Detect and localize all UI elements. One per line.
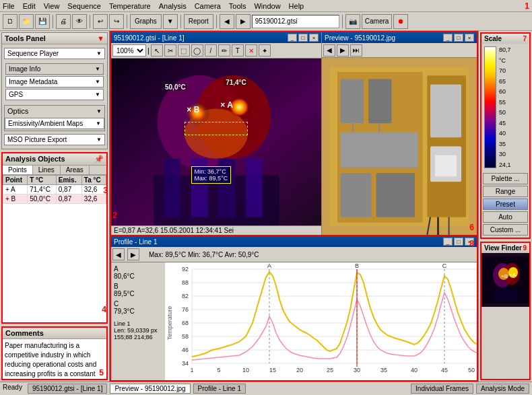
camera-button[interactable]: Camera	[362, 14, 393, 29]
tab-lines[interactable]: Lines	[33, 166, 61, 174]
emissivity-dropdown[interactable]: Emissivity/Ambient Maps ▼	[5, 118, 104, 129]
draw-line[interactable]: /	[205, 44, 217, 57]
toolbar-sep-3	[127, 15, 127, 28]
max-row: Max: 89,5°C	[195, 175, 228, 182]
undo-button[interactable]: ↩	[93, 14, 108, 29]
redo-button[interactable]: ↪	[109, 14, 124, 29]
record-button[interactable]: ⏺	[393, 14, 408, 29]
preview-toolbar: ◀ ▶ ⏭	[322, 43, 477, 58]
profile-nav-fwd[interactable]: ▶	[127, 248, 139, 260]
preset-button[interactable]: Preset	[483, 199, 528, 210]
report-button[interactable]: Report	[184, 14, 213, 29]
point-a-ta: 32,6	[81, 185, 106, 194]
svg-rect-22	[430, 84, 461, 137]
tab-areas[interactable]: Areas	[61, 166, 90, 174]
scale-30: 30	[499, 151, 511, 157]
comments-title: Comments	[5, 329, 44, 337]
save-button[interactable]: 💾	[35, 14, 50, 29]
auto-button[interactable]: Auto	[483, 211, 528, 223]
cursor-tool[interactable]: ↖	[151, 44, 163, 57]
move-tool[interactable]: ✦	[259, 44, 271, 57]
thermal-close[interactable]: ×	[309, 34, 319, 42]
image-info-arrow: ▼	[95, 66, 100, 72]
mso-dropdown[interactable]: MSO Picture Export ▼	[4, 134, 105, 145]
prev-nav-back[interactable]: ◀	[323, 44, 335, 57]
preview-maximize[interactable]: □	[454, 34, 463, 42]
len-info: Len: 59,0339 px	[114, 327, 162, 334]
print-button[interactable]: 🖨	[56, 14, 71, 29]
comments-text: Paper manufacturing is a competitive ind…	[5, 342, 102, 380]
menu-view[interactable]: View	[44, 2, 60, 10]
statusbar-left: Ready 95190012.gtsi - [Line 1] Preview -…	[3, 384, 246, 394]
open-button[interactable]: 📁	[19, 14, 34, 29]
image-info-dropdown[interactable]: Image Info ▼	[5, 63, 104, 75]
draw-rect[interactable]: ⬚	[178, 44, 190, 57]
ao-icon: 📌	[94, 155, 104, 164]
filename-input[interactable]	[252, 15, 339, 28]
statusbar-tab-thermal[interactable]: 95190012.gtsi - [Line 1]	[28, 384, 108, 394]
menu-window[interactable]: Window	[254, 2, 280, 10]
delete-tool[interactable]: ✕	[245, 44, 257, 57]
analysis-mode-tab[interactable]: Analysis Mode	[476, 384, 529, 394]
table-row[interactable]: + B 50,0°C 0,87 32,6	[3, 194, 106, 204]
pd-a-temp: 80,6°C	[114, 273, 162, 280]
profile-maximize[interactable]: □	[454, 238, 463, 246]
custom-button[interactable]: Custom ...	[483, 224, 528, 236]
measure-tool[interactable]: ✂	[164, 44, 176, 57]
toolbar: 🗋 📁 💾 🖨 👁 ↩ ↪ Graphs ▼ Report ◀ ▶ 📷 Came…	[0, 12, 532, 31]
menu-analysis[interactable]: Analysis	[159, 2, 187, 10]
zoom-select[interactable]: 100%	[112, 44, 146, 57]
draw-ellipse[interactable]: ◯	[191, 44, 203, 57]
max-val: 89,5°C	[209, 175, 228, 182]
camera-icon-btn[interactable]: 📷	[345, 14, 360, 29]
preview-panel: Preview - 95190012.jpg _ □ × ◀ ▶ ⏭	[322, 32, 477, 235]
image-metadata-dropdown[interactable]: Image Metadata ▼	[5, 76, 104, 87]
col-temp: T °C	[28, 176, 57, 185]
image-metadata-label: Image Metadata	[9, 78, 57, 85]
forward-button[interactable]: ▶	[236, 14, 251, 29]
scale-section: Scale 7 80,7 °C 70 65 60 55 50 45 40	[480, 32, 531, 239]
graphs-extra[interactable]: ▼	[163, 14, 178, 29]
statusbar-right: Individual Frames Analysis Mode	[411, 384, 529, 394]
scale-gradient: 80,7 °C 70 65 60 55 50 45 40 35 30 24,1	[483, 45, 528, 170]
svg-text:C: C	[442, 262, 447, 269]
preview-titlebar: Preview - 95190012.jpg _ □ ×	[322, 32, 477, 43]
sequence-player-dropdown[interactable]: Sequence Player ▼	[4, 48, 105, 59]
preview-close[interactable]: ×	[465, 34, 474, 42]
text-tool[interactable]: T	[232, 44, 244, 57]
preview-minimize[interactable]: _	[443, 34, 453, 42]
analysis-table: Point T °C Emis. Ta °C + A 71,4°C 0,87 3…	[3, 175, 106, 204]
profile-minimize[interactable]: _	[443, 238, 453, 246]
gps-dropdown[interactable]: GPS ▼	[5, 89, 104, 100]
pencil-tool[interactable]: ✏	[218, 44, 230, 57]
menu-tools[interactable]: Tools	[229, 2, 246, 10]
palette-button[interactable]: Palette ...	[483, 173, 528, 184]
menu-temperature[interactable]: Temperature	[109, 2, 151, 10]
menu-edit[interactable]: Edit	[23, 2, 36, 10]
range-button[interactable]: Range	[483, 186, 528, 197]
svg-text:10: 10	[242, 367, 249, 373]
svg-text:1: 1	[190, 367, 193, 373]
table-row[interactable]: + A 71,4°C 0,87 32,6	[3, 185, 106, 194]
prev-nav-end[interactable]: ⏭	[350, 44, 362, 57]
graphs-button[interactable]: Graphs	[130, 14, 162, 29]
new-button[interactable]: 🗋	[3, 14, 18, 29]
prev-nav-fwd[interactable]: ▶	[337, 44, 349, 57]
svg-rect-10	[246, 159, 263, 217]
individual-frames-tab[interactable]: Individual Frames	[411, 384, 473, 394]
thermal-maximize[interactable]: □	[298, 34, 308, 42]
scale-65: 65	[499, 78, 511, 85]
statusbar-tab-preview[interactable]: Preview - 95190012.jpg	[110, 384, 190, 394]
profile-nav-back[interactable]: ◀	[112, 248, 125, 260]
number-label-1: 1	[525, 1, 529, 11]
menu-help[interactable]: Help	[289, 2, 304, 10]
back-button[interactable]: ◀	[220, 14, 234, 29]
point-a-temp: 71,4°C	[28, 185, 57, 194]
preview-button[interactable]: 👁	[72, 14, 87, 29]
menu-camera[interactable]: Camera	[195, 2, 221, 10]
menu-file[interactable]: File	[3, 2, 15, 10]
thermal-minimize[interactable]: _	[288, 34, 297, 42]
tab-points[interactable]: Points	[3, 166, 33, 174]
statusbar-tab-profile[interactable]: Profile - Line 1	[193, 384, 246, 394]
menu-sequence[interactable]: Sequence	[67, 2, 101, 10]
